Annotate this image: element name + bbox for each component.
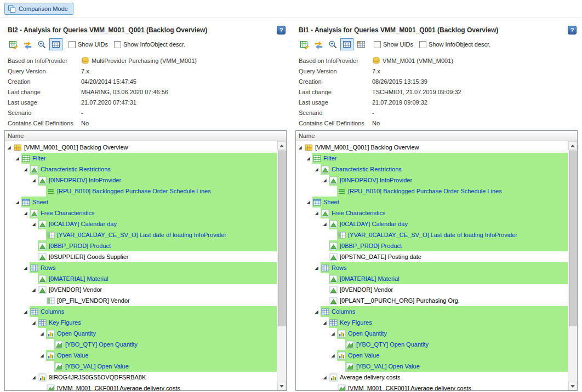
collapse-toggle-icon[interactable]: ◢	[304, 153, 312, 164]
tree-node[interactable]: ◢Free Characteristics	[296, 207, 568, 218]
tree-node[interactable]: ◢Rows	[5, 262, 277, 273]
toolbar-button-edit-table[interactable]	[298, 38, 311, 50]
collapse-toggle-icon[interactable]: ◢	[312, 306, 321, 317]
checkbox-show-uids[interactable]: Show UIDs	[69, 41, 108, 48]
toolbar-button-swap-arrows[interactable]	[312, 38, 325, 50]
vertical-scrollbar[interactable]	[277, 141, 286, 390]
collapse-toggle-icon[interactable]: ◢	[296, 142, 304, 153]
checkbox-show-uids[interactable]: Show UIDs	[374, 41, 413, 48]
vertical-scrollbar[interactable]	[568, 141, 577, 390]
tree-node[interactable]: ◢Rows	[296, 262, 568, 273]
tree-node[interactable]: [0BBP_PROD] Product	[296, 240, 568, 251]
collapse-toggle-icon[interactable]: ◢	[321, 218, 329, 229]
scroll-down-button[interactable]	[568, 382, 577, 390]
tree-node[interactable]: ◢Open Value	[5, 350, 277, 361]
collapse-toggle-icon[interactable]: ◢	[312, 262, 321, 273]
checkbox-box[interactable]	[419, 41, 426, 48]
collapse-toggle-icon[interactable]: ◢	[304, 197, 312, 207]
tree-node[interactable]: ◢Open Quantity	[5, 328, 277, 339]
tree-node[interactable]: [0PLANT__0PURCH_ORG] Purchasing Org.	[296, 295, 568, 306]
collapse-toggle-icon[interactable]: ◢	[30, 317, 38, 328]
collapse-toggle-icon[interactable]: ◢	[329, 328, 337, 339]
toolbar-button-swap-arrows[interactable]	[21, 38, 34, 50]
tree-node[interactable]: [YBO_VAL] Open Value	[5, 361, 277, 372]
help-icon[interactable]: ?	[568, 26, 577, 34]
tree-node[interactable]: [0SUPPLIER] Goods Supplier	[5, 251, 277, 262]
tree-column-header[interactable]: Name	[5, 131, 286, 141]
tree-node[interactable]: [YBO_QTY] Open Quantity	[296, 339, 568, 350]
checkbox-box[interactable]	[114, 41, 121, 48]
tree-node[interactable]: [0P_FIL_VENDOR] Vendor	[5, 295, 277, 306]
toolbar-button-zoom-out[interactable]	[35, 38, 48, 50]
scrollbar-track[interactable]	[277, 150, 286, 382]
tree-node[interactable]: ◢Open Value	[296, 350, 568, 361]
tree-node[interactable]: [VMM_M001_CKF001] Average delivery costs	[296, 383, 568, 390]
tree-node[interactable]: [0PSTNG_DATE] Posting date	[296, 251, 568, 262]
tree-node[interactable]: ◢Key Figures	[5, 317, 277, 328]
collapse-toggle-icon[interactable]: ◢	[21, 262, 30, 273]
collapse-toggle-icon[interactable]: ◢	[21, 164, 30, 175]
comparison-mode-button[interactable]: Comparison Mode	[4, 3, 73, 15]
scroll-up-button[interactable]	[568, 141, 577, 150]
checkbox-box[interactable]	[69, 41, 76, 48]
scrollbar-track[interactable]	[568, 150, 577, 382]
tree-node[interactable]: ◢[0INFOPROV] InfoProvider	[296, 175, 568, 186]
tree-column-header[interactable]: Name	[296, 131, 577, 141]
tree-node[interactable]: [0MATERIAL] Material	[5, 273, 277, 284]
tree-node[interactable]: ◢Open Quantity	[296, 328, 568, 339]
toolbar-button-table-grid[interactable]	[355, 38, 368, 50]
collapse-toggle-icon[interactable]: ◢	[21, 207, 30, 218]
collapse-toggle-icon[interactable]: ◢	[21, 306, 30, 317]
tree-node[interactable]: [RPU_B010] Backlogged Purchase Order Sch…	[296, 186, 568, 197]
tree-node[interactable]: [YBO_VAL] Open Value	[296, 361, 568, 372]
tree-node[interactable]: ◢Characteristic Restrictions	[296, 164, 568, 175]
tree-node[interactable]: ◢[0CALDAY] Calendar day	[296, 218, 568, 229]
collapse-toggle-icon[interactable]: ◢	[13, 197, 21, 207]
collapse-toggle-icon[interactable]: ◢	[321, 317, 329, 328]
help-icon[interactable]: ?	[277, 26, 286, 34]
toolbar-button-hierarchy-grid[interactable]	[49, 38, 62, 50]
toolbar-button-hierarchy-grid[interactable]	[340, 38, 353, 50]
tree-node[interactable]: [RPU_B010] Backlogged Purchase Order Sch…	[5, 186, 277, 197]
tree-node[interactable]: ◢[0INFOPROV] InfoProvider	[5, 175, 277, 186]
collapse-toggle-icon[interactable]: ◢	[30, 372, 38, 383]
collapse-toggle-icon[interactable]: ◢	[38, 328, 46, 339]
tree-node[interactable]: [YVAR_0CALDAY_CE_SV_O] Last date of load…	[296, 229, 568, 240]
tree-node[interactable]: ◢Free Characteristics	[5, 207, 277, 218]
collapse-toggle-icon[interactable]: ◢	[312, 207, 321, 218]
tree-node[interactable]: [0MATERIAL] Material	[296, 273, 568, 284]
scroll-up-button[interactable]	[277, 141, 286, 150]
tree-node[interactable]: ◢[VMM_M001_Q001] Backlog Overview	[5, 142, 277, 153]
tree-node[interactable]: ◢Filter	[5, 153, 277, 164]
collapse-toggle-icon[interactable]: ◢	[30, 284, 38, 295]
scrollbar-thumb[interactable]	[278, 151, 286, 326]
tree-node[interactable]: ◢Sheet	[5, 197, 277, 207]
checkbox-show-infoobject-descr[interactable]: Show InfoObject descr.	[419, 41, 490, 48]
toolbar-button-zoom-out[interactable]	[326, 38, 339, 50]
scrollbar-thumb[interactable]	[569, 151, 577, 326]
collapse-toggle-icon[interactable]: ◢	[329, 350, 337, 361]
tree-node[interactable]: [YBO_QTY] Open Quantity	[5, 339, 277, 350]
collapse-toggle-icon[interactable]: ◢	[321, 175, 329, 186]
tree-node[interactable]: ◢Key Figures	[296, 317, 568, 328]
collapse-toggle-icon[interactable]: ◢	[30, 218, 38, 229]
tree-node[interactable]: ◢Columns	[296, 306, 568, 317]
tree-node[interactable]: ◢[VMM_M001_Q001] Backlog Overview	[296, 142, 568, 153]
tree-node[interactable]: ◢Characteristic Restrictions	[5, 164, 277, 175]
tree-node[interactable]: ◢[0CALDAY] Calendar day	[5, 218, 277, 229]
scroll-down-button[interactable]	[277, 382, 286, 390]
collapse-toggle-icon[interactable]: ◢	[13, 153, 21, 164]
checkbox-show-infoobject-descr[interactable]: Show InfoObject descr.	[114, 41, 185, 48]
tree-node[interactable]: [0BBP_PROD] Product	[5, 240, 277, 251]
collapse-toggle-icon[interactable]: ◢	[5, 142, 13, 153]
tree-node[interactable]: [0VENDOR] Vendor	[296, 284, 568, 295]
tree-node[interactable]: ◢Columns	[5, 306, 277, 317]
tree-node[interactable]: ◢[0VENDOR] Vendor	[5, 284, 277, 295]
checkbox-box[interactable]	[374, 41, 381, 48]
tree-node[interactable]: [YVAR_0CALDAY_CE_SV_O] Last date of load…	[5, 229, 277, 240]
collapse-toggle-icon[interactable]: ◢	[38, 350, 46, 361]
collapse-toggle-icon[interactable]: ◢	[312, 164, 321, 175]
collapse-toggle-icon[interactable]: ◢	[321, 372, 329, 383]
tree-node[interactable]: ◢Average delivery costs	[296, 372, 568, 383]
toolbar-button-edit-table[interactable]	[7, 38, 20, 50]
